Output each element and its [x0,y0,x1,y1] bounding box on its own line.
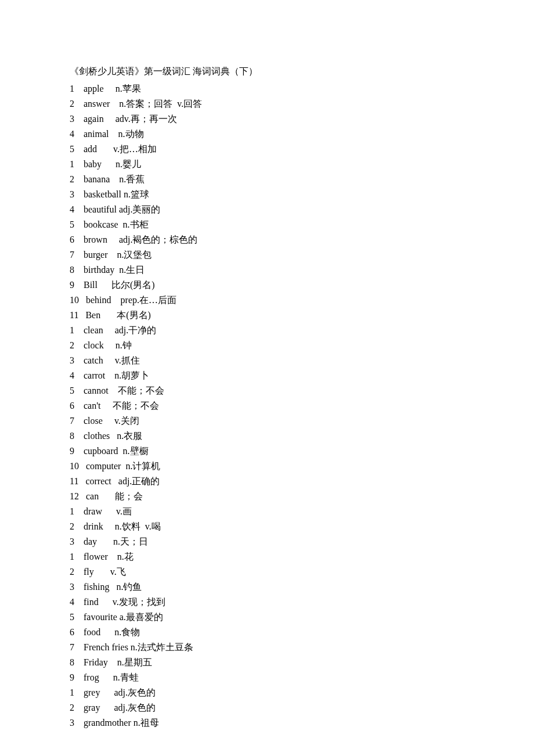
entry-number: 6 [70,627,74,637]
entry-word: close [84,416,103,426]
vocab-entry: 10 computer n.计算机 [70,459,464,474]
entry-number: 5 [70,612,74,622]
vocab-entry: 10 behind prep.在…后面 [70,293,464,308]
entry-definition: adv.再；再一次 [116,114,177,124]
vocab-entry: 5 add v.把…相加 [70,142,464,157]
vocab-entry: 1 baby n.婴儿 [70,157,464,172]
entry-word: banana [84,174,110,184]
vocab-entry: 9 Bill 比尔(男名) [70,278,464,293]
vocab-entry: 2 answer n.答案；回答 v.回答 [70,96,464,111]
entry-definition: n.篮球 [124,189,149,199]
entry-word: clothes [84,431,110,441]
entry-word: Friday [84,657,108,667]
vocab-entry: 1 flower n.花 [70,549,464,564]
vocab-entry: 8 clothes n.衣服 [70,429,464,444]
vocab-entry: 11 correct adj.正确的 [70,474,464,489]
vocab-entry: 9 cupboard n.壁橱 [70,444,464,459]
entry-word: apple [84,84,104,93]
entry-number: 3 [70,582,74,592]
entry-word: find [84,597,99,607]
entry-number: 2 [70,99,74,109]
entry-number: 11 [70,310,78,320]
entry-definition: n.饮料 v.喝 [115,521,161,531]
entry-word: again [84,114,104,124]
entry-number: 2 [70,521,74,531]
entry-definition: n.答案；回答 v.回答 [119,99,202,109]
entry-definition: n.汉堡包 [117,250,151,260]
entry-number: 9 [70,446,74,456]
vocabulary-list: 1 apple n.苹果2 answer n.答案；回答 v.回答3 again… [70,81,464,730]
vocab-entry: 2 drink n.饮料 v.喝 [70,519,464,534]
entry-definition: n.书柜 [123,219,149,229]
entry-word: Bill [84,280,98,290]
entry-word: add [84,144,97,154]
entry-word: Ben [85,310,100,320]
entry-number: 3 [70,537,74,546]
entry-number: 5 [70,144,74,154]
entry-word: grandmother [84,718,131,728]
entry-word: can't [84,401,101,411]
entry-word: fishing [84,582,109,592]
entry-definition: n.钓鱼 [116,582,142,592]
entry-definition: v.抓住 [115,355,140,365]
entry-number: 6 [70,235,74,244]
vocab-entry: 3 fishing n.钓鱼 [70,579,464,595]
entry-word: clean [84,325,103,335]
entry-definition: 能；会 [115,491,143,501]
vocab-entry: 2 gray adj.灰色的 [70,700,464,715]
vocab-entry: 1 clean adj.干净的 [70,323,464,338]
vocab-entry: 7 close v.关闭 [70,413,464,429]
entry-definition: a.最喜爱的 [120,612,163,622]
entry-word: day [84,537,97,546]
entry-word: birthday [84,265,114,275]
entry-number: 1 [70,506,74,516]
vocab-entry: 6 brown adj.褐色的；棕色的 [70,232,464,247]
entry-number: 4 [70,370,74,380]
entry-number: 4 [70,129,74,139]
entry-definition: adj.灰色的 [114,703,156,712]
entry-definition: n.青蛙 [113,672,139,682]
entry-word: basketball [84,189,121,199]
entry-number: 8 [70,657,74,667]
entry-word: catch [84,355,103,365]
vocab-entry: 9 frog n.青蛙 [70,670,464,685]
entry-number: 3 [70,114,74,124]
entry-number: 1 [70,552,74,561]
entry-word: carrot [84,370,105,380]
entry-word: grey [84,687,100,697]
entry-number: 2 [70,340,74,350]
entry-definition: n.壁橱 [123,446,149,456]
entry-definition: prep.在…后面 [121,295,176,305]
vocab-entry: 5 favourite a.最喜爱的 [70,610,464,625]
vocab-entry: 3 catch v.抓住 [70,353,464,368]
entry-definition: n.法式炸土豆条 [131,642,193,652]
vocab-entry: 4 animal n.动物 [70,127,464,142]
vocab-entry: 4 carrot n.胡萝卜 [70,368,464,383]
entry-word: fly [84,567,94,577]
vocab-entry: 1 draw v.画 [70,504,464,519]
entry-number: 1 [70,159,74,169]
entry-definition: v.发现；找到 [113,597,165,607]
entry-definition: n.钟 [116,340,132,350]
entry-definition: n.花 [117,552,134,561]
entry-number: 9 [70,672,74,682]
entry-word: French fries [84,642,128,652]
entry-definition: n.祖母 [134,718,159,728]
entry-word: answer [84,99,110,109]
entry-number: 12 [70,491,79,501]
entry-number: 9 [70,280,74,290]
entry-number: 4 [70,204,74,214]
entry-number: 3 [70,355,74,365]
vocab-entry: 3 again adv.再；再一次 [70,111,464,127]
entry-number: 2 [70,703,74,712]
entry-word: bookcase [84,219,118,229]
entry-definition: n.苹果 [116,84,141,93]
document-title: 《剑桥少儿英语》第一级词汇 海词词典（下） [70,64,464,79]
entry-word: correct [85,476,111,486]
entry-word: clock [84,340,104,350]
vocab-entry: 7 burger n.汉堡包 [70,247,464,262]
entry-definition: n.胡萝卜 [114,370,149,380]
document-page: 《剑桥少儿英语》第一级词汇 海词词典（下） 1 apple n.苹果2 answ… [0,0,534,756]
entry-number: 7 [70,250,74,260]
entry-number: 6 [70,401,74,411]
